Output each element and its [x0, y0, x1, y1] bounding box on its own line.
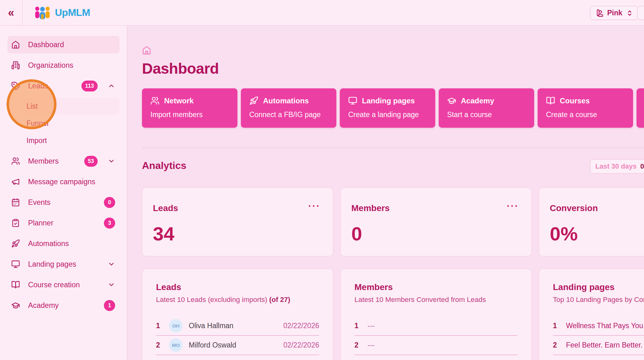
- graduation-cap-icon: [447, 96, 456, 105]
- sidebar-item-landing-pages[interactable]: Landing pages: [7, 255, 120, 273]
- row-number: 1: [553, 322, 566, 330]
- quick-action-title: Academy: [461, 96, 494, 105]
- tag-icon: [11, 81, 20, 90]
- quick-action-title: Network: [164, 96, 194, 105]
- quick-action-automations[interactable]: Automations Connect a FB/IG page: [241, 88, 336, 128]
- quick-action-subtitle: Create a landing page: [348, 111, 427, 119]
- clipboard-check-icon: [11, 219, 20, 227]
- sidebar-item-label: Events: [28, 198, 96, 207]
- book-open-icon: [546, 96, 555, 105]
- sidebar-subitem-label: Funnel: [27, 119, 48, 128]
- sidebar-item-label: Planner: [28, 219, 96, 227]
- chevron-up-icon: [108, 82, 115, 90]
- row-number: 2: [553, 341, 566, 349]
- sidebar-item-label: Organizations: [28, 61, 115, 70]
- brand-logo[interactable]: UpMLM: [22, 6, 90, 20]
- list-title: Leads: [156, 282, 319, 292]
- quick-action-network[interactable]: Network Import members: [142, 88, 237, 128]
- sidebar-item-label: Landing pages: [28, 260, 98, 269]
- monitor-icon: [348, 96, 357, 105]
- sidebar-collapse-button[interactable]: «: [0, 0, 22, 25]
- quick-action-academy[interactable]: Academy Start a course: [439, 88, 534, 128]
- sidebar-item-leads[interactable]: Leads 113: [7, 77, 120, 95]
- sidebar-item-label: Leads: [28, 82, 73, 90]
- sidebar-item-planner[interactable]: Planner 3: [7, 214, 120, 232]
- date-range-value: 01/2: [640, 162, 644, 170]
- page-title: Dashboard: [142, 60, 644, 77]
- quick-action-landing-pages[interactable]: Landing pages Create a landing page: [340, 88, 435, 128]
- sidebar-subitem-import[interactable]: Import: [21, 132, 120, 149]
- lead-date: 02/22/2026: [283, 341, 319, 349]
- sidebar-item-members[interactable]: Members 53: [7, 152, 120, 170]
- row-number: 2: [354, 341, 368, 349]
- landing-page-row[interactable]: 1 Wellness That Pays You Back: [553, 316, 644, 336]
- ellipsis-menu-icon[interactable]: ···: [308, 203, 320, 209]
- sidebar-item-course-creation[interactable]: Course creation: [7, 276, 120, 293]
- theme-selector[interactable]: Pink: [590, 6, 638, 20]
- quick-action-subtitle: Create a course: [546, 111, 625, 119]
- row-number: 1: [156, 322, 169, 330]
- stat-value: 0: [351, 223, 519, 245]
- sidebar-item-academy[interactable]: Academy 1: [7, 297, 120, 314]
- rocket-icon: [11, 239, 20, 248]
- sidebar-subitem-funnel[interactable]: Funnel: [21, 115, 120, 132]
- monitor-icon: [11, 260, 20, 269]
- sidebar-item-organizations[interactable]: Organizations: [7, 57, 120, 74]
- list-title: Members: [354, 282, 518, 292]
- quick-action-courses[interactable]: Courses Create a course: [538, 88, 633, 128]
- quick-action-subtitle: Import members: [150, 111, 229, 119]
- stat-title: Conversion: [550, 203, 598, 213]
- ellipsis-menu-icon[interactable]: ···: [507, 203, 519, 209]
- brand-name: UpMLM: [55, 7, 90, 18]
- topbar-extra-button[interactable]: [637, 6, 644, 20]
- rocket-icon: [249, 96, 258, 105]
- analytics-header: Analytics Last 30 days 01/2: [142, 160, 644, 174]
- events-count-badge: 0: [104, 197, 115, 208]
- lead-row[interactable]: 2 MO Milford Oswald 02/22/2026: [156, 336, 319, 355]
- quick-action-subtitle: Start a course: [447, 111, 526, 119]
- lead-row[interactable]: 1 OH Oliva Hallman 02/22/2026: [156, 316, 319, 336]
- main-content: Dashboard Network Import members Automat…: [127, 26, 644, 360]
- list-subtitle: Latest 10 Members Converted from Leads: [354, 296, 518, 304]
- megaphone-icon: [11, 177, 20, 186]
- sidebar-item-message-campaigns[interactable]: Message campaigns: [7, 173, 120, 190]
- landing-page-name: Wellness That Pays You Back: [566, 322, 644, 330]
- stat-card-leads: Leads ··· 34: [142, 187, 333, 256]
- list-card-members: Members Latest 10 Members Converted from…: [340, 269, 532, 360]
- stat-title: Leads: [153, 203, 178, 213]
- breadcrumb-home-icon[interactable]: [142, 46, 151, 55]
- sidebar-item-events[interactable]: Events 0: [7, 194, 120, 211]
- sidebar-item-label: Course creation: [28, 281, 98, 289]
- building-icon: [11, 61, 20, 70]
- lead-date: 02/22/2026: [283, 322, 319, 330]
- date-range-selector[interactable]: Last 30 days 01/2: [590, 159, 644, 174]
- member-row[interactable]: 1 ---: [354, 316, 518, 336]
- sidebar-item-label: Dashboard: [28, 41, 115, 49]
- avatar: MO: [169, 338, 183, 352]
- row-number: 2: [156, 341, 169, 349]
- graduation-cap-icon: [11, 301, 20, 310]
- upmlm-logo-icon: [34, 6, 51, 20]
- topbar: « UpMLM Pink: [0, 0, 644, 26]
- list-card-leads: Leads Latest 10 Leads (excluding imports…: [142, 269, 333, 360]
- calendar-icon: [11, 198, 20, 207]
- quick-actions-row: Network Import members Automations Conne…: [142, 88, 644, 128]
- lead-name: Oliva Hallman: [189, 322, 233, 330]
- member-name: ---: [368, 322, 375, 330]
- leads-submenu: List Funnel Import: [21, 98, 120, 149]
- lead-name: Milford Oswald: [189, 341, 236, 349]
- quick-action-clipped[interactable]: [637, 88, 644, 128]
- academy-count-badge: 1: [104, 300, 115, 311]
- chevrons-left-icon: «: [8, 7, 14, 18]
- sidebar-item-automations[interactable]: Automations: [7, 235, 120, 252]
- sidebar-item-dashboard[interactable]: Dashboard: [7, 36, 120, 53]
- landing-page-row[interactable]: 2 Feel Better. Earn Better.: [553, 336, 644, 355]
- sidebar-subitem-list[interactable]: List: [21, 98, 120, 115]
- users-icon: [11, 157, 20, 165]
- sidebar-item-label: Members: [28, 157, 76, 165]
- quick-action-title: Automations: [263, 96, 309, 105]
- stat-value: 34: [153, 223, 320, 245]
- landing-page-name: Feel Better. Earn Better.: [566, 341, 642, 349]
- member-row[interactable]: 2 ---: [354, 336, 518, 355]
- chevron-down-icon: [108, 157, 115, 165]
